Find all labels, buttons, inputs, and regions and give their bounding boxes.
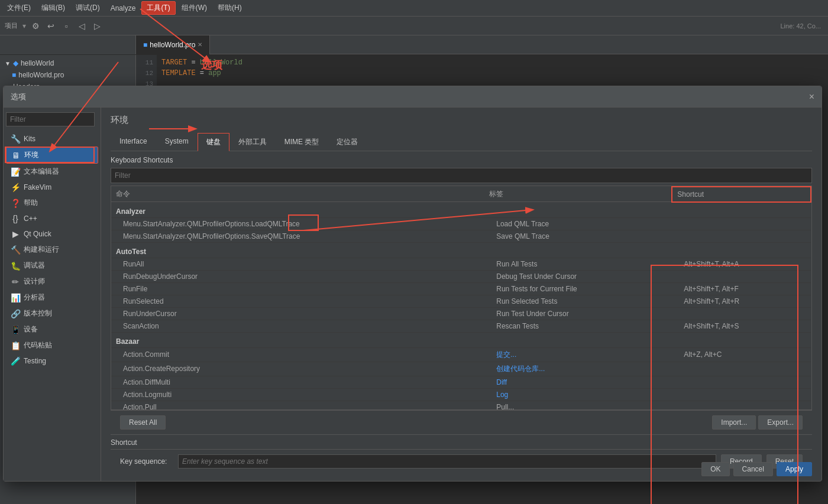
tree-root[interactable]: ▼ ◆ helloWorld (0, 57, 135, 69)
tab-close-icon[interactable]: ✕ (198, 41, 202, 48)
tab-label: helloWorld.pro (150, 41, 195, 49)
nav-item-help[interactable]: ❓ 帮助 (6, 195, 98, 211)
menu-bar: 文件(E) 编辑(B) 调试(D) Analyze 工具(T) 组件(W) 帮助… (0, 0, 828, 17)
cancel-button[interactable]: Cancel (733, 462, 773, 476)
tree-expand-icon: ▼ (5, 60, 11, 67)
options-dialog: 选项 × 🔧 Kits 🖥 环境 📝 文本编辑器 (3, 86, 822, 482)
dialog-action-buttons: OK Cancel Apply (692, 457, 821, 481)
cmd-rundebugundercursor[interactable]: RunDebugUnderCursor Debug Test Under Cur… (111, 270, 811, 282)
nav-item-codepaste[interactable]: 📋 代码粘贴 (6, 337, 98, 353)
nav-debugger-label: 调试器 (24, 261, 45, 271)
tab-system[interactable]: System (156, 133, 198, 151)
dialog-close-button[interactable]: × (809, 92, 814, 102)
cmd-runfile[interactable]: RunFile Run Tests for Current File Alt+S… (111, 282, 811, 295)
cmd-runundercursor[interactable]: RunUnderCursor Run Test Under Cursor (111, 307, 811, 320)
cmd-diffmulti[interactable]: Action.DiffMulti Diff (111, 376, 811, 388)
menu-help[interactable]: 帮助(H) (213, 2, 247, 14)
devices-icon: 📱 (11, 325, 20, 334)
cmd-pull[interactable]: Action.Pull Pull... (111, 401, 811, 410)
cpp-icon: {} (11, 214, 20, 223)
toolbar-btn-1[interactable]: ⚙ (28, 19, 43, 33)
cmd-runselected[interactable]: RunSelected Run Selected Tests Alt+Shift… (111, 295, 811, 307)
ok-button[interactable]: OK (701, 462, 729, 476)
nav-item-testing[interactable]: 🧪 Testing (6, 353, 98, 369)
apply-button[interactable]: Apply (777, 462, 812, 476)
menu-analyze[interactable]: Analyze (106, 3, 141, 14)
tab-external-tools[interactable]: 外部工具 (229, 133, 276, 151)
nav-env-label: 环境 (24, 150, 38, 160)
designer-icon: ✏ (11, 277, 20, 287)
export-button[interactable]: Export... (758, 415, 803, 430)
cmd-loadqmltrace-label: Load QML Trace (484, 217, 672, 230)
cmd-createrepo-name: Action.CreateRepository (111, 362, 484, 376)
cmd-runfile-shortcut: Alt+Shift+T, Alt+F (672, 282, 811, 295)
reset-all-button[interactable]: Reset All (120, 415, 166, 430)
menu-debug[interactable]: 调试(D) (71, 2, 105, 14)
nav-help-label: 帮助 (24, 198, 38, 208)
nav-item-fakevim[interactable]: ⚡ FakeVim (6, 180, 98, 195)
cmd-runall-name: RunAll (111, 258, 484, 270)
tree-pro-file[interactable]: ■ helloWorld.pro (0, 69, 135, 81)
nav-item-devices[interactable]: 📱 设备 (6, 321, 98, 337)
cmd-saveqmltrace-label: Save QML Trace (484, 230, 672, 242)
toolbar-separator: ▾ (22, 22, 26, 30)
shortcut-section-label: Shortcut (111, 438, 137, 447)
toolbar-btn-5[interactable]: ▷ (90, 19, 104, 33)
pro-icon: ■ (12, 71, 16, 79)
cmd-diffmulti-label: Diff (484, 376, 672, 388)
nav-texteditor-label: 文本编辑器 (24, 167, 59, 177)
editor-tab-helloworldpro[interactable]: ■ helloWorld.pro ✕ (136, 35, 210, 54)
nav-devices-label: 设备 (24, 324, 38, 334)
cmd-runundercursor-label: Run Test Under Cursor (484, 307, 672, 320)
nav-item-vcs[interactable]: 🔗 版本控制 (6, 305, 98, 321)
toolbar-btn-4[interactable]: ◁ (75, 19, 89, 33)
tab-interface[interactable]: Interface (111, 133, 156, 151)
help-icon: ❓ (11, 199, 20, 208)
ln-11: 11 (136, 57, 157, 68)
cmd-pull-name: Action.Pull (111, 401, 484, 410)
cmd-loadqmltrace[interactable]: Menu.StartAnalyzer.QMLProfilerOptions.Lo… (111, 217, 811, 230)
menu-file[interactable]: 文件(E) (2, 2, 35, 14)
cmd-runfile-label: Run Tests for Current File (484, 282, 672, 295)
code-line-11: TARGET = helloWorld (161, 57, 823, 68)
nav-item-buildrun[interactable]: 🔨 构建和运行 (6, 242, 98, 258)
nav-item-environment[interactable]: 🖥 环境 (6, 147, 98, 164)
nav-item-cpp[interactable]: {} C++ (6, 211, 98, 226)
nav-item-texteditor[interactable]: 📝 文本编辑器 (6, 164, 98, 180)
cmd-runall[interactable]: RunAll Run All Tests Alt+Shift+T, Alt+A (111, 258, 811, 270)
nav-item-kits[interactable]: 🔧 Kits (6, 131, 98, 147)
menu-tools[interactable]: 工具(T) (141, 1, 175, 15)
group-analyzer: Analyzer (111, 202, 811, 218)
nav-filter-input[interactable] (6, 112, 95, 126)
shortcuts-filter-input[interactable] (111, 168, 812, 183)
cmd-rundebug-name: RunDebugUnderCursor (111, 270, 484, 282)
cmd-diffmulti-shortcut (672, 376, 811, 388)
import-button[interactable]: Import... (712, 415, 756, 430)
nav-item-analyzer[interactable]: 📊 分析器 (6, 290, 98, 305)
cmd-saveqmltrace-name: Menu.StartAnalyzer.QMLProfilerOptions.Sa… (111, 230, 484, 242)
cmd-commit-shortcut: Alt+Z, Alt+C (672, 347, 811, 362)
tab-mime[interactable]: MIME 类型 (276, 133, 328, 151)
shortcuts-table-scroll[interactable]: 命令 标签 Shortcut Analyzer (111, 186, 812, 410)
menu-component[interactable]: 组件(W) (177, 2, 212, 14)
testing-icon: 🧪 (11, 356, 20, 366)
toolbar-btn-2[interactable]: ↩ (44, 19, 58, 33)
tab-locator[interactable]: 定位器 (328, 133, 367, 151)
nav-qtquick-label: Qt Quick (24, 230, 51, 238)
toolbar-btn-3[interactable]: ▫ (59, 19, 73, 33)
cmd-logmulti[interactable]: Action.Logmulti Log (111, 388, 811, 401)
cmd-runall-shortcut: Alt+Shift+T, Alt+A (672, 258, 811, 270)
nav-item-designer[interactable]: ✏ 设计师 (6, 274, 98, 290)
key-sequence-input[interactable] (178, 454, 716, 469)
cmd-commit[interactable]: Action.Commit 提交... Alt+Z, Alt+C (111, 347, 811, 362)
project-icon: ◆ (13, 59, 18, 67)
nav-item-qtquick[interactable]: ▶ Qt Quick (6, 226, 98, 242)
cmd-scanaction[interactable]: ScanAction Rescan Tests Alt+Shift+T, Alt… (111, 320, 811, 332)
menu-edit[interactable]: 编辑(B) (37, 2, 70, 14)
tab-keyboard[interactable]: 键盘 (198, 133, 229, 151)
cmd-saveqmltrace[interactable]: Menu.StartAnalyzer.QMLProfilerOptions.Sa… (111, 230, 811, 242)
cmd-createrepo[interactable]: Action.CreateRepository 创建代码仓库... (111, 362, 811, 376)
nav-cpp-label: C++ (24, 214, 37, 223)
col-label: 标签 (484, 187, 672, 202)
nav-item-debugger[interactable]: 🐛 调试器 (6, 258, 98, 274)
